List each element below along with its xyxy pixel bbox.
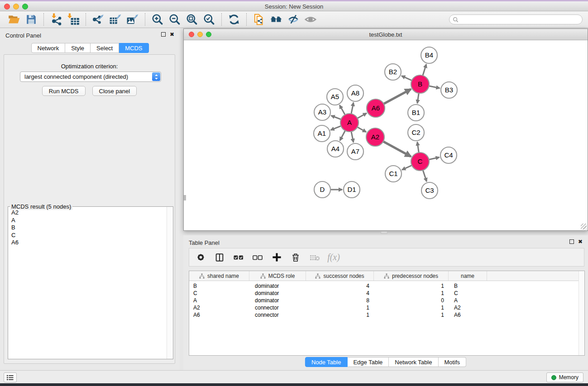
status-bar: Memory [0,370,588,383]
mcds-result-item[interactable]: A2 [11,209,163,217]
tab-mcds[interactable]: MCDS [119,43,148,53]
add-column-icon[interactable] [271,252,282,263]
column-header-name[interactable]: name [449,271,487,281]
search-input[interactable] [459,15,582,24]
function-builder-icon[interactable]: f(x) [328,252,339,263]
table-toolbar: f(x) [189,248,584,267]
graph-node-label: C [418,157,423,165]
zoom-out-icon[interactable] [166,12,183,27]
close-panel-button[interactable]: Close panel [92,86,137,96]
graph-node-label: A2 [371,133,379,141]
tab-select[interactable]: Select [91,43,119,53]
select-all-icon[interactable] [233,252,244,263]
toolbar-separator [43,13,44,26]
network-canvas[interactable]: AA1A2A3A4A5A6A7A8BB1B2B3B4CC1C2C3C4DD1 [184,41,588,230]
dropdown-stepper-icon [152,72,160,81]
list-icon [6,374,14,381]
table-cell: 1 [374,283,449,289]
table-scrollbar[interactable] [578,271,584,355]
tab-network[interactable]: Network [31,43,65,53]
table-cell: A2 [449,305,487,311]
table-cell: 1 [374,312,449,318]
search-box[interactable] [449,14,583,24]
refresh-view-icon[interactable] [225,12,243,27]
table-cell: A2 [189,305,249,311]
show-hide-details-icon[interactable] [285,12,302,27]
mcds-result-item[interactable]: C [11,232,163,239]
birdseye-view-icon[interactable] [302,12,319,27]
criterion-dropdown[interactable]: largest connected component (directed) [20,71,161,82]
float-panel-icon[interactable] [161,32,166,37]
table-row[interactable]: Bdominator41B [189,282,584,290]
column-header-shared-name[interactable]: shared name [189,271,249,281]
graph-node-label: A7 [351,148,359,155]
tab-node-table[interactable]: Node Table [305,357,348,367]
application-window: Session: New Session [0,0,588,386]
float-table-panel-icon[interactable] [569,239,574,244]
export-image-icon[interactable] [124,12,141,27]
mcds-result-item[interactable]: A6 [11,239,163,247]
column-header-mcds-role[interactable]: MCDS role [249,271,306,281]
table-cell: 1 [374,290,449,296]
column-layout-icon[interactable] [214,252,225,263]
show-all-networks-icon[interactable] [268,12,285,27]
network-window-titlebar[interactable]: testGlobe.txt [184,29,588,40]
save-session-icon[interactable] [23,12,40,27]
column-header-successor-nodes[interactable]: successor nodes [306,271,374,281]
export-network-icon[interactable] [90,12,107,27]
mcds-result-scrollbar[interactable] [167,207,173,359]
table-row[interactable]: Adominator80A [189,297,584,304]
table-panel-title: Table Panel [189,239,220,246]
mcds-result-item[interactable]: B [11,224,163,232]
attribute-settings-icon[interactable] [195,252,206,263]
run-mcds-button[interactable]: Run MCDS [42,86,86,96]
import-network-icon[interactable] [48,12,65,27]
table-row[interactable]: A6connector11A6 [189,311,584,319]
close-panel-icon[interactable]: ✖ [170,32,174,37]
memory-status-icon [551,375,556,380]
graph-node-label: B2 [389,68,397,76]
graph-node-label: D1 [347,186,356,193]
table-cell: 1 [374,305,449,311]
tab-network-table[interactable]: Network Table [389,357,438,367]
close-table-panel-icon[interactable]: ✖ [578,239,583,244]
table-cell: 8 [306,297,374,304]
delete-table-icon[interactable] [309,252,320,263]
optimization-criterion-label: Optimization criterion: [4,63,175,70]
window-resize-grip[interactable] [581,224,587,229]
tab-motifs[interactable]: Motifs [438,357,466,367]
table-cell: 0 [374,297,449,304]
mcds-result-groupbox: MCDS result (5 nodes) A2ABCA6 [8,206,173,359]
task-history-button[interactable] [4,372,17,382]
graph-node-label: A5 [331,93,339,100]
zoom-fit-icon[interactable] [183,12,201,27]
graph-node-label: A3 [318,108,326,116]
graph-node-label: B1 [412,109,420,116]
tab-edge-table[interactable]: Edge Table [347,357,389,367]
main-toolbar [0,11,588,28]
table-row[interactable]: Cdominator41C [189,290,584,297]
table-cell: 4 [306,283,374,289]
window-title: Session: New Session [0,3,588,10]
zoom-in-icon[interactable] [149,12,166,27]
table-cell: dominator [249,283,306,289]
memory-button[interactable]: Memory [546,372,583,382]
split-pane-divider[interactable] [381,231,387,234]
column-header-predecessor-nodes[interactable]: predecessor nodes [374,271,449,281]
memory-label: Memory [559,374,578,381]
export-table-icon[interactable] [107,12,124,27]
import-table-icon[interactable] [65,12,82,27]
graph-node-label: C4 [444,151,453,159]
table-cell: dominator [249,290,306,296]
delete-column-icon[interactable] [290,252,301,263]
table-cell: A [449,297,487,304]
table-cell: A [189,297,249,304]
table-row[interactable]: A2connector11A2 [189,304,584,311]
mcds-result-item[interactable]: A [11,217,163,224]
duplicate-network-icon[interactable] [250,12,268,27]
graph-node-label: C1 [389,170,397,177]
open-file-icon[interactable] [5,12,23,27]
zoom-selected-icon[interactable] [201,12,218,27]
deselect-all-icon[interactable] [252,252,263,263]
tab-style[interactable]: Style [65,43,91,53]
